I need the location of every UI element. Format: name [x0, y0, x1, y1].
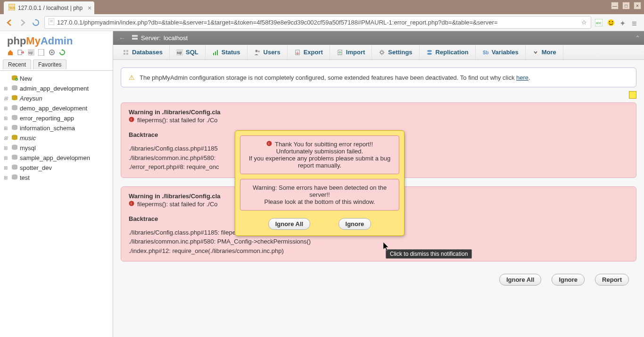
- nav-tab-label: SQL: [186, 49, 198, 56]
- reload-button[interactable]: [31, 18, 41, 27]
- tree-item-db[interactable]: ⊞ spotter_dev: [2, 163, 111, 173]
- tree-item-db[interactable]: ⊞ information_schema: [2, 123, 111, 133]
- nav-tab-label: Export: [304, 49, 323, 56]
- tree-item-db[interactable]: ⊞ admin_app_development: [2, 84, 111, 93]
- doc-icon: [49, 18, 54, 26]
- tree-new[interactable]: + New: [9, 74, 111, 84]
- nav-tab-databases[interactable]: Databases: [116, 45, 170, 59]
- notice-text: The phpMyAdmin configuration storage is …: [140, 74, 530, 81]
- expand-icon[interactable]: ⊞: [4, 165, 9, 170]
- sidebar-toolbar: sql: [0, 48, 113, 59]
- collapse-icon[interactable]: ⌃: [635, 34, 640, 42]
- expand-icon[interactable]: ⊞: [4, 175, 9, 180]
- nav-tab-replication[interactable]: Replication: [420, 45, 476, 59]
- tree-item-db[interactable]: ⊞ error_reporting_app: [2, 113, 111, 123]
- svg-rect-60: [215, 51, 216, 55]
- nav-tab-sql[interactable]: sqlSQL: [170, 45, 206, 59]
- modal-ignore-all-button[interactable]: Ignore All: [268, 218, 310, 230]
- db-name: sample_app_developmen: [20, 154, 90, 161]
- svg-rect-54: [126, 50, 128, 52]
- db-icon: [11, 105, 18, 112]
- svg-text:!: !: [131, 202, 132, 206]
- expand-icon[interactable]: ⊞: [4, 135, 9, 141]
- expand-icon[interactable]: ⊞: [4, 155, 9, 160]
- refresh-icon[interactable]: [59, 49, 66, 56]
- nav-tab-more[interactable]: More: [526, 45, 563, 59]
- expand-icon[interactable]: ⊞: [4, 86, 9, 91]
- nav-tab-variables[interactable]: $bVariables: [476, 45, 526, 59]
- svg-text:!: !: [268, 142, 269, 146]
- svg-rect-61: [217, 50, 218, 55]
- svg-point-63: [258, 51, 260, 52]
- maximize-button[interactable]: □: [622, 2, 630, 9]
- tree-item-db[interactable]: ⊞ mysql: [2, 143, 111, 153]
- ignore-button[interactable]: Ignore: [552, 274, 585, 286]
- modal-text: Unfortunately submission failed.: [246, 148, 393, 155]
- star-icon[interactable]: ☆: [581, 19, 587, 26]
- breadcrumb-arrow-icon[interactable]: ←: [119, 34, 125, 42]
- svg-rect-10: [18, 50, 22, 55]
- tree-item-db[interactable]: ⊞ Areysun: [2, 93, 111, 103]
- users-icon: [254, 49, 261, 56]
- home-icon[interactable]: [7, 49, 14, 56]
- minimize-button[interactable]: —: [611, 2, 619, 9]
- nav-tab-label: Users: [264, 49, 281, 56]
- db-name: admin_app_development: [20, 85, 89, 92]
- close-window-button[interactable]: ×: [634, 2, 641, 9]
- expand-icon[interactable]: ⊞: [4, 106, 9, 111]
- report-button[interactable]: Report: [595, 274, 629, 286]
- nav-tab-status[interactable]: Status: [206, 45, 248, 59]
- expand-icon[interactable]: ⊞: [4, 96, 9, 101]
- error-icon: !: [129, 201, 134, 208]
- tab-recent[interactable]: Recent: [3, 59, 31, 69]
- tree-item-db[interactable]: ⊞ test: [2, 173, 111, 183]
- db-name: information_schema: [20, 125, 75, 132]
- svg-point-47: [12, 168, 17, 170]
- nav-tab-label: Replication: [436, 49, 469, 56]
- db-name: spotter_dev: [20, 164, 52, 171]
- modal-ignore-button[interactable]: Ignore: [339, 218, 372, 230]
- window-controls: — □ ×: [611, 2, 641, 9]
- gear-icon[interactable]: [49, 49, 55, 56]
- modal-text: If you experience any problems please su…: [246, 155, 393, 169]
- db-icon: [11, 164, 18, 171]
- expand-icon[interactable]: ⊞: [4, 145, 9, 151]
- expand-icon[interactable]: ⊞: [4, 126, 9, 131]
- svg-text:abc: abc: [596, 21, 602, 25]
- expand-icon[interactable]: ⊞: [4, 116, 9, 121]
- nav-tab-users[interactable]: Users: [248, 45, 288, 59]
- browser-tab-bar: MA 127.0.0.1 / localhost | php × — □ ×: [0, 0, 644, 14]
- logout-icon[interactable]: [17, 49, 24, 56]
- ext-smiley-icon[interactable]: [607, 19, 615, 26]
- tree-item-db[interactable]: ⊞ sample_app_developmen: [2, 153, 111, 163]
- svg-point-8: [609, 21, 610, 22]
- sql-icon[interactable]: sql: [28, 49, 34, 56]
- tree-item-db[interactable]: ⊞ music: [2, 133, 111, 143]
- status-icon: [212, 49, 219, 56]
- notice-link[interactable]: here: [516, 74, 528, 81]
- nav-tab-export[interactable]: Export: [288, 45, 330, 59]
- browser-tab[interactable]: MA 127.0.0.1 / localhost | php ×: [4, 1, 94, 14]
- tab-favorites[interactable]: Favorites: [33, 59, 66, 69]
- tree-item-db[interactable]: ⊞ demo_app_development: [2, 103, 111, 113]
- nav-tabs: DatabasessqlSQLStatusUsersExportImportSe…: [113, 45, 644, 60]
- ignore-all-button[interactable]: Ignore All: [499, 274, 541, 286]
- note-icon[interactable]: [629, 91, 636, 99]
- menu-icon[interactable]: ≡: [632, 19, 639, 26]
- favicon-icon: MA: [8, 4, 15, 12]
- url-input[interactable]: [57, 19, 578, 26]
- svg-point-32: [12, 118, 17, 120]
- close-tab-icon[interactable]: ×: [88, 4, 91, 12]
- back-button[interactable]: [5, 18, 14, 27]
- tooltip: Click to dismiss this notification: [386, 249, 472, 259]
- ext-puzzle-icon[interactable]: ✦: [619, 19, 627, 26]
- logo[interactable]: phpMyAdmin: [0, 31, 113, 48]
- nav-tab-import[interactable]: Import: [330, 45, 372, 59]
- docs-icon[interactable]: [38, 49, 45, 56]
- ext-abc-icon[interactable]: abc: [595, 19, 603, 26]
- warning-sub: ! fileperms(): stat failed for ./Co: [129, 117, 628, 124]
- export-icon: [294, 49, 301, 56]
- nav-tab-settings[interactable]: Settings: [372, 45, 419, 59]
- url-bar[interactable]: ☆: [44, 16, 591, 29]
- forward-button[interactable]: [18, 18, 27, 27]
